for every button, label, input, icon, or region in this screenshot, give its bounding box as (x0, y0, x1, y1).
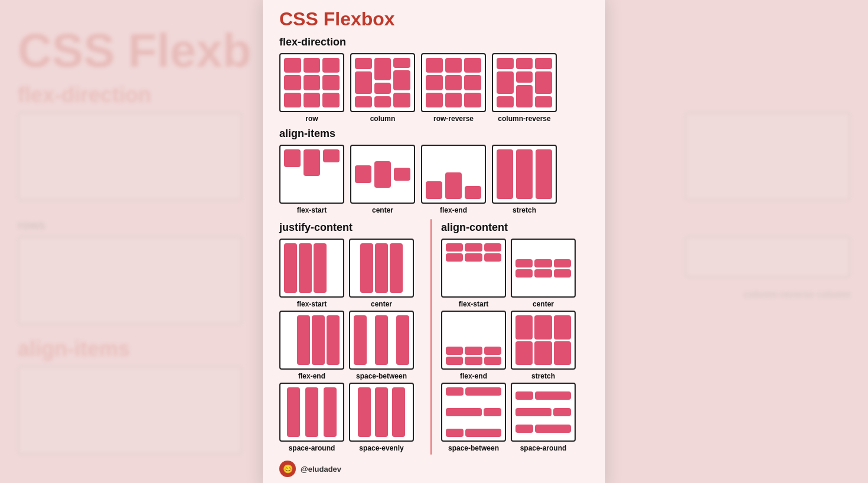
ac-stretch-label: stretch (531, 372, 555, 380)
ai-stretch-label: stretch (513, 206, 536, 214)
ai-center-box (350, 145, 415, 204)
fd-column-item: column (350, 53, 415, 123)
jc-space-evenly-box (349, 383, 414, 442)
ac-flex-start-item: flex-start (441, 239, 506, 308)
align-items-section: align-items flex-start center (279, 128, 589, 214)
fd-col-reverse-item: column-reverse (492, 53, 557, 123)
ac-space-between-item: space-between (441, 383, 506, 452)
fd-row-reverse-box (421, 53, 486, 112)
fd-row-reverse-label: row-reverse (433, 115, 474, 123)
ai-center-label: center (372, 206, 393, 214)
page-title: CSS Flexbox (279, 8, 589, 30)
ac-space-around-item: space-around (511, 383, 576, 452)
jc-flex-end-label: flex-end (298, 372, 325, 380)
fd-col-reverse-label: column-reverse (498, 115, 550, 123)
ai-flex-end-label: flex-end (440, 206, 467, 214)
justify-content-section: justify-content flex-start (279, 219, 427, 455)
ac-stretch-item: stretch (511, 311, 576, 380)
jc-center-label: center (371, 300, 392, 308)
ai-center-item: center (350, 145, 415, 214)
section-divider (430, 219, 432, 455)
ai-stretch-box (492, 145, 557, 204)
jc-space-around-item: space-around (279, 383, 344, 452)
flex-direction-row: row (279, 53, 589, 123)
jc-row-3: space-around space-evenly (279, 383, 427, 452)
jc-row-2: flex-end space-between (279, 311, 427, 380)
ac-flex-end-item: flex-end (441, 311, 506, 380)
ai-flex-start-box (279, 145, 344, 204)
jc-flex-start-box (279, 239, 344, 298)
ac-stretch-box (511, 311, 576, 370)
ac-flex-start-box (441, 239, 506, 298)
ac-center-item: center (511, 239, 576, 308)
jc-flex-start-item: flex-start (279, 239, 344, 308)
ac-center-label: center (533, 300, 554, 308)
ac-center-box (511, 239, 576, 298)
fd-column-label: column (370, 115, 396, 123)
jc-space-around-box (279, 383, 344, 442)
fd-row-box (279, 53, 344, 112)
align-content-title: align-content (441, 221, 589, 234)
jc-ac-container: justify-content flex-start (279, 219, 589, 455)
ai-flex-start-item: flex-start (279, 145, 344, 214)
jc-space-evenly-item: space-evenly (349, 383, 414, 452)
ai-stretch-item: stretch (492, 145, 557, 214)
jc-row-1: flex-start center (279, 239, 427, 308)
ac-flex-start-label: flex-start (459, 300, 489, 308)
fd-row-reverse-item: row-reverse (421, 53, 486, 123)
ac-flex-end-label: flex-end (460, 372, 487, 380)
jc-space-between-box (349, 311, 414, 370)
ac-row-3: space-between (441, 383, 589, 452)
fd-row-label: row (305, 115, 318, 123)
ac-row-2: flex-end (441, 311, 589, 380)
fd-row-item: row (279, 53, 344, 123)
ai-flex-end-item: flex-end (421, 145, 486, 214)
align-items-row: flex-start center flex-end (279, 145, 589, 214)
ac-space-around-label: space-around (520, 444, 567, 452)
brand-handle: @eludadev (301, 465, 341, 474)
flex-direction-title: flex-direction (279, 36, 589, 48)
ac-space-between-box (441, 383, 506, 442)
ac-space-around-box (511, 383, 576, 442)
ac-row-1: flex-start (441, 239, 589, 308)
jc-space-between-label: space-between (356, 372, 407, 380)
footer: 😊 @eludadev (279, 461, 589, 477)
jc-space-around-label: space-around (289, 444, 335, 452)
jc-flex-end-item: flex-end (279, 311, 344, 380)
brand-icon: 😊 (279, 461, 296, 477)
jc-center-item: center (349, 239, 414, 308)
justify-content-title: justify-content (279, 221, 427, 234)
jc-center-box (349, 239, 414, 298)
ai-flex-start-label: flex-start (297, 206, 327, 214)
jc-flex-end-box (279, 311, 344, 370)
ac-flex-end-box (441, 311, 506, 370)
ac-space-between-label: space-between (448, 444, 499, 452)
align-content-section: align-content (435, 219, 589, 455)
flex-direction-section: flex-direction (279, 36, 589, 123)
jc-space-between-item: space-between (349, 311, 414, 380)
align-items-title: align-items (279, 128, 589, 140)
main-card: CSS Flexbox flex-direction (263, 0, 605, 483)
jc-space-evenly-label: space-evenly (359, 444, 403, 452)
jc-flex-start-label: flex-start (297, 300, 327, 308)
fd-column-box (350, 53, 415, 112)
ai-flex-end-box (421, 145, 486, 204)
fd-col-reverse-box (492, 53, 557, 112)
